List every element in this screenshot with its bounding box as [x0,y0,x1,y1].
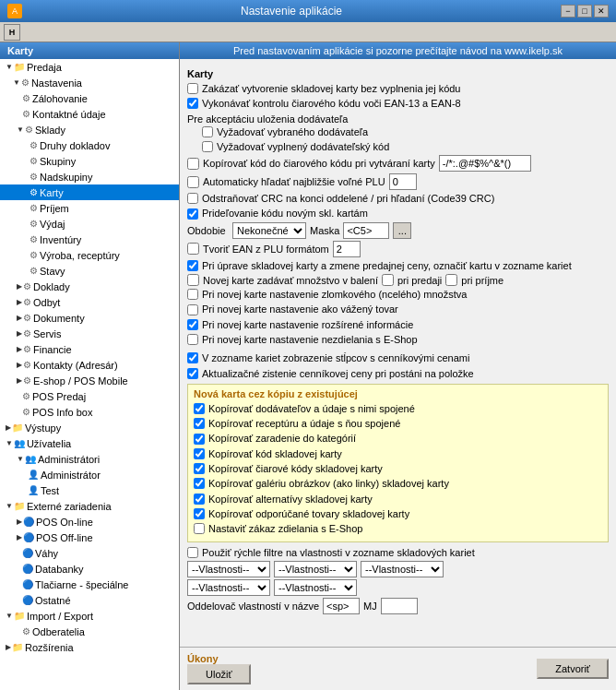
sidebar-item-externe[interactable]: ▼ 📁 Externé zariadenia [0,498,179,514]
checkbox-nc3[interactable] [194,434,205,445]
sidebar-item-nadskupiny[interactable]: ⚙ Nadskupiny [0,169,179,184]
checkbox-cb1[interactable] [187,83,198,94]
sidebar-item-ostatne[interactable]: 🔵 Ostatné [0,592,179,608]
sidebar-item-dokumenty[interactable]: ▶ ⚙ Dokumenty [0,310,179,326]
sidebar-item-servis[interactable]: ▶ ⚙ Servis [0,326,179,341]
sidebar-item-zalohovanie[interactable]: ⚙ Zálohovanie [0,90,179,106]
checkbox-cb8-prijem[interactable] [445,274,457,286]
save-button[interactable]: Uložiť [187,664,251,684]
checkbox-nc7[interactable] [194,494,205,505]
sidebar-item-odberatelia[interactable]: ⚙ Odberatelia [0,624,179,639]
checkbox-multiline[interactable] [187,260,198,271]
sidebar-item-prijem[interactable]: ⚙ Príjem [0,200,179,216]
maska-dots-button[interactable]: ... [393,222,411,239]
sidebar-item-vydaj[interactable]: ⚙ Výdaj [0,216,179,232]
sidebar-item-inventury[interactable]: ⚙ Inventúry [0,232,179,247]
sidebar-item-stavy[interactable]: ⚙ Stavy [0,263,179,279]
checkbox-cb4[interactable] [202,126,213,137]
checkbox-cb13[interactable] [187,352,198,363]
sidebar-item-tlaciarme[interactable]: 🔵 Tlačiarne - špeciálne [0,577,179,592]
checkbox-cb7[interactable] [187,208,198,220]
sidebar-item-odbyt[interactable]: ▶ ⚙ Odbyt [0,294,179,310]
checkbox-cb14[interactable] [187,368,198,379]
nc2-row: Kopírovať receptúru a údaje s ňou spojen… [194,417,602,430]
close-button[interactable]: Zatvoriť [537,659,609,679]
checkbox-cb8[interactable] [187,274,199,286]
copy-value-input[interactable] [439,155,531,172]
sidebar-item-label: Servis [33,328,62,339]
sidebar-item-kontakty[interactable]: ▶ ⚙ Kontakty (Adresár) [0,357,179,373]
sidebar-item-druhy[interactable]: ⚙ Druhy dokladov [0,137,179,153]
checkbox-auto-plu[interactable] [187,176,199,188]
sidebar-item-administrator[interactable]: 👤 Administrátor [0,467,179,482]
expand-icon: ▶ [17,314,22,322]
obdobie-select[interactable]: Nekonečné [232,222,306,239]
sidebar-item-label: Inventúry [40,234,81,245]
sidebar-item-databanky[interactable]: 🔵 Databanky [0,561,179,577]
maska-input[interactable] [343,222,389,239]
sidebar-item-eshop[interactable]: ▶ ⚙ E-shop / POS Mobile [0,373,179,388]
sidebar-item-predaja[interactable]: ▼ 📁 Predaja [0,59,179,75]
sidebar-item-import-export[interactable]: ▼ 📁 Import / Export [0,608,179,624]
sidebar-item-rozsirenia[interactable]: ▶ 📁 Rozšírenia [0,639,179,655]
filter-select-2[interactable]: --Vlastnosti-- [274,561,357,577]
filter-select-3[interactable]: --Vlastnosti-- [361,561,444,577]
checkbox-filter[interactable] [187,547,198,558]
filter-select-1[interactable]: --Vlastnosti-- [187,561,270,577]
sidebar-item-vahy[interactable]: 🔵 Váhy [0,545,179,561]
ean-input[interactable] [333,241,361,257]
checkbox-nc5[interactable] [194,463,205,474]
sidebar-item-pos-online[interactable]: ▶ 🔵 POS On-line [0,514,179,529]
sidebar-item-vystupy[interactable]: ▶ 📁 Výstupy [0,420,179,435]
auto-plu-input[interactable] [389,173,417,190]
sidebar-item-skupiny[interactable]: ⚙ Skupiny [0,153,179,169]
checkbox-nc6[interactable] [194,478,205,489]
separator-input[interactable] [323,598,360,614]
checkbox-row-cb13: V zozname kariet zobrazenie stĺpcov s ce… [187,351,609,364]
checkbox-cb6[interactable] [187,193,198,204]
sidebar-item-pos-offline[interactable]: ▶ 🔵 POS Off-line [0,529,179,545]
checkbox-nc2[interactable] [194,418,205,429]
minimize-button[interactable]: − [561,5,575,18]
nc3-row: Kopírovať zaradenie do kategórií [194,432,602,445]
checkbox-cb8-predaj[interactable] [382,274,394,286]
checkbox-cb12[interactable] [187,334,198,345]
checkbox-cb5[interactable] [202,141,213,152]
checkbox-label-cb6: Odstraňovať CRC na konci oddelené / pri … [202,192,494,205]
checkbox-nc9[interactable] [194,523,205,534]
nc7-label: Kopírovať alternatívy skladovej karty [208,493,373,506]
close-button[interactable]: ✕ [594,5,609,18]
sidebar-item-label: Doklady [33,281,70,292]
sidebar-item-label: Financie [33,344,72,355]
maximize-button[interactable]: □ [577,5,592,18]
filter-dropdowns-row2: --Vlastnosti-- --Vlastnosti-- [187,579,609,596]
sidebar-item-financie[interactable]: ▶ ⚙ Financie [0,341,179,357]
checkbox-nc8[interactable] [194,508,205,519]
sidebar-item-karty[interactable]: ⚙ Karty [0,184,179,200]
sidebar-item-sklady[interactable]: ▼ ⚙ Sklady [0,122,179,137]
sidebar-item-pos-predaj[interactable]: ⚙ POS Predaj [0,388,179,404]
sidebar-item-pouzivatelia[interactable]: ▼ 👥 Užívatelia [0,435,179,451]
sidebar-item-test[interactable]: 👤 Test [0,482,179,498]
checkbox-cb2[interactable] [187,98,198,109]
sidebar-item-label: Stavy [40,266,65,277]
sidebar-item-pos-info[interactable]: ⚙ POS Info box [0,404,179,420]
checkbox-cb10[interactable] [187,304,198,315]
checkbox-ean[interactable] [187,243,199,255]
checkbox-nc1[interactable] [194,403,205,414]
checkbox-cb9[interactable] [187,289,198,300]
filter-select-5[interactable]: --Vlastnosti-- [274,579,357,596]
checkbox-copy[interactable] [187,158,199,170]
sidebar-item-administratori[interactable]: ▼ 👥 Administrátori [0,451,179,467]
sidebar-item-vyroba[interactable]: ⚙ Výroba, receptúry [0,247,179,263]
sidebar-item-kontaktne[interactable]: ⚙ Kontaktné údaje [0,106,179,122]
mj-input[interactable] [381,598,418,614]
toolbar-h-button[interactable]: H [4,24,20,41]
sidebar-item-label: Test [41,485,59,496]
nc5-label: Kopírovať čiarové kódy skladovej karty [208,462,383,475]
filter-select-4[interactable]: --Vlastnosti-- [187,579,270,596]
sidebar-item-nastavenia[interactable]: ▼ ⚙ Nastavenia [0,75,179,90]
sidebar-item-doklady[interactable]: ▶ ⚙ Doklady [0,279,179,294]
checkbox-cb11[interactable] [187,319,198,330]
checkbox-nc4[interactable] [194,448,205,459]
